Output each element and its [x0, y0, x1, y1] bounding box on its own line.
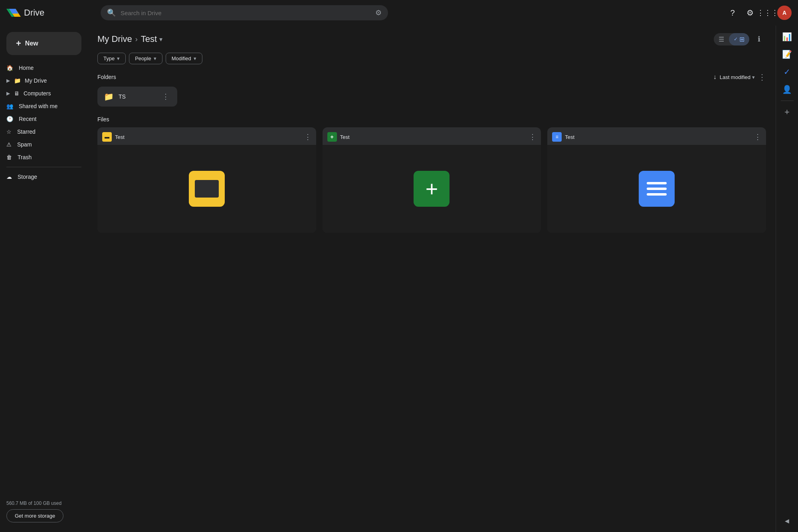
storage-icon: ☁	[6, 174, 12, 180]
docs-preview-icon	[639, 171, 675, 207]
slides-type-icon: ▬	[102, 132, 112, 142]
expand-button[interactable]: ◀	[779, 513, 795, 529]
get-more-storage-button[interactable]: Get more storage	[6, 509, 63, 522]
breadcrumb-current-btn[interactable]: Test ▾	[141, 34, 162, 44]
sidebar-item-shared-label: Shared with me	[19, 103, 57, 109]
sidebar-item-spam-label: Spam	[17, 141, 32, 148]
computers-icon: 🖥	[14, 90, 20, 97]
forms-file-menu-button[interactable]: ⋮	[529, 133, 536, 141]
modified-filter-chip[interactable]: Modified ▾	[166, 53, 202, 64]
list-view-button[interactable]: ☰	[714, 33, 729, 45]
file-title-area: + Test	[327, 132, 350, 142]
forms-file-name: Test	[340, 134, 350, 140]
slides-file-name: Test	[115, 134, 125, 140]
view-controls: ☰ ✓ ⊞ ℹ	[714, 32, 766, 46]
folders-more-button[interactable]: ⋮	[758, 72, 766, 82]
sidebar-item-home[interactable]: 🏠 Home	[0, 61, 81, 74]
sidebar-item-starred[interactable]: ☆ Starred	[0, 125, 81, 138]
folders-title: Folders	[97, 74, 116, 80]
sort-arrow-icon: ▾	[752, 74, 755, 80]
sidebar-item-starred-label: Starred	[17, 129, 36, 135]
docs-file-menu-button[interactable]: ⋮	[754, 133, 761, 141]
storage-section: 560.7 MB of 100 GB used Get more storage	[6, 494, 81, 522]
folders-actions: ↓ Last modified ▾ ⋮	[713, 72, 766, 82]
breadcrumb-separator: ›	[135, 35, 138, 44]
folder-icon: 📁	[104, 92, 114, 101]
sidebar-item-computers-label: Computers	[24, 90, 51, 97]
spam-icon: ⚠	[6, 141, 12, 148]
sidebar-item-computers[interactable]: ▶ 🖥 Computers	[0, 87, 81, 100]
avatar[interactable]: A	[777, 6, 792, 20]
folder-name: TS	[119, 93, 156, 100]
new-button-label: New	[25, 40, 38, 47]
slides-file-preview	[97, 145, 316, 233]
file-card-header: ≡ Test ⋮	[547, 127, 766, 145]
add-apps-button[interactable]: +	[779, 104, 795, 120]
sidebar-item-storage[interactable]: ☁ Storage	[0, 170, 81, 183]
recent-icon: 🕐	[6, 116, 13, 122]
sidebar-item-home-label: Home	[19, 65, 34, 71]
sidebar-item-trash[interactable]: 🗑 Trash	[0, 151, 81, 164]
new-button[interactable]: + New	[6, 32, 81, 55]
folders-header: Folders ↓ Last modified ▾ ⋮	[97, 72, 766, 82]
slides-preview-icon	[189, 171, 225, 207]
forms-type-icon: +	[327, 132, 337, 142]
grid-view-button[interactable]: ✓ ⊞	[729, 33, 749, 45]
people-filter-arrow: ▾	[154, 55, 156, 61]
modified-filter-label: Modified	[172, 55, 191, 61]
folder-item[interactable]: 📁 TS ⋮	[97, 87, 177, 107]
type-filter-label: Type	[103, 55, 115, 61]
keep-button[interactable]: 📝	[779, 46, 795, 62]
sidebar-item-shared[interactable]: 👥 Shared with me	[0, 100, 81, 113]
info-button[interactable]: ℹ	[752, 32, 766, 46]
arrow-icon: ▶	[6, 91, 10, 96]
tasks-button[interactable]: ✓	[779, 64, 795, 80]
file-card-slides[interactable]: ▬ Test ⋮	[97, 127, 316, 233]
content: My Drive › Test ▾ ☰ ✓ ⊞ ℹ	[88, 26, 776, 532]
search-icon: 🔍	[107, 8, 116, 17]
sidebar-item-trash-label: Trash	[18, 154, 32, 160]
my-drive-icon: 📁	[14, 77, 21, 84]
meet-button[interactable]: 👤	[779, 81, 795, 97]
search-bar[interactable]: 🔍 ⚙	[101, 5, 388, 20]
search-tune-icon[interactable]: ⚙	[375, 8, 382, 17]
storage-text: 560.7 MB of 100 GB used	[6, 500, 81, 506]
arrow-icon: ▶	[6, 78, 10, 83]
plus-icon: +	[16, 38, 21, 49]
files-header: Files	[97, 116, 766, 123]
sort-label-button[interactable]: Last modified ▾	[720, 74, 755, 80]
file-title-area: ≡ Test	[552, 132, 574, 142]
help-button[interactable]: ?	[725, 5, 741, 21]
settings-button[interactable]: ⚙	[742, 5, 758, 21]
breadcrumb-parent[interactable]: My Drive	[97, 34, 132, 44]
files-section: Files ▬ Test ⋮	[97, 116, 766, 233]
logo-area: Drive	[6, 6, 94, 20]
sidebar-item-my-drive[interactable]: ▶ 📁 My Drive	[0, 74, 81, 87]
sheets-button[interactable]: 📊	[779, 29, 795, 45]
search-input[interactable]	[121, 10, 370, 16]
apps-button[interactable]: ⋮⋮⋮	[760, 5, 776, 21]
starred-icon: ☆	[6, 129, 12, 135]
file-title-area: ▬ Test	[102, 132, 125, 142]
people-filter-chip[interactable]: People ▾	[129, 53, 162, 64]
sort-down-button[interactable]: ↓	[713, 73, 717, 81]
slides-file-menu-button[interactable]: ⋮	[304, 133, 311, 141]
file-card-header: + Test ⋮	[323, 127, 541, 145]
breadcrumb-dropdown-icon: ▾	[159, 36, 162, 43]
file-card-header: ▬ Test ⋮	[97, 127, 316, 145]
drive-logo-icon	[6, 6, 21, 20]
type-filter-arrow: ▾	[117, 55, 120, 61]
folder-menu-button[interactable]: ⋮	[160, 91, 171, 102]
file-card-forms[interactable]: + Test ⋮ +	[323, 127, 541, 233]
breadcrumb-current-label: Test	[141, 34, 157, 44]
breadcrumb-row: My Drive › Test ▾ ☰ ✓ ⊞ ℹ	[97, 32, 766, 46]
breadcrumb: My Drive › Test ▾	[97, 34, 162, 44]
filter-bar: Type ▾ People ▾ Modified ▾	[97, 53, 766, 64]
type-filter-chip[interactable]: Type ▾	[97, 53, 126, 64]
sidebar-item-spam[interactable]: ⚠ Spam	[0, 138, 81, 151]
app-title: Drive	[24, 8, 44, 18]
sidebar-item-recent[interactable]: 🕐 Recent	[0, 113, 81, 125]
file-card-docs[interactable]: ≡ Test ⋮	[547, 127, 766, 233]
sidebar-item-recent-label: Recent	[19, 116, 36, 122]
folders-section: Folders ↓ Last modified ▾ ⋮ 📁 TS ⋮	[97, 72, 766, 107]
